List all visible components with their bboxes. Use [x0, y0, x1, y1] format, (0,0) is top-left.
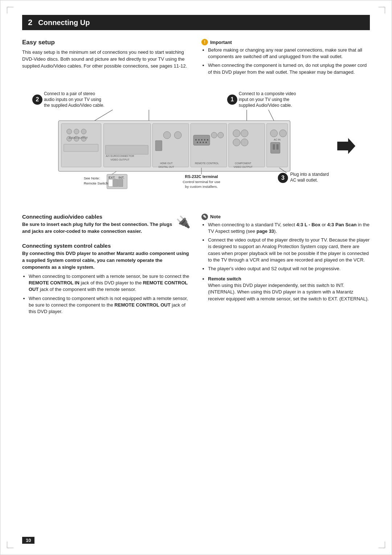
svg-text:See Note:: See Note:	[84, 176, 100, 180]
svg-point-37	[197, 142, 198, 143]
svg-rect-21	[106, 145, 148, 154]
corner-mark-bl	[7, 542, 13, 548]
svg-text:VIDEO OUTPUT: VIDEO OUTPUT	[110, 158, 130, 161]
svg-text:audio inputs on your TV using: audio inputs on your TV using	[44, 97, 101, 102]
note-icon: ✎	[201, 214, 208, 220]
svg-point-34	[201, 139, 203, 141]
diagram-area: 2 Connect to a pair of stereo audio inpu…	[22, 84, 370, 208]
svg-point-32	[195, 139, 197, 141]
svg-line-77	[269, 110, 274, 121]
svg-point-33	[198, 139, 200, 141]
svg-rect-61	[109, 179, 113, 187]
svg-point-53	[279, 130, 287, 137]
svg-line-74	[95, 110, 113, 121]
svg-point-46	[241, 130, 248, 137]
bottom-left: Connecting audio/video cables Be sure to…	[22, 214, 191, 318]
chapter-number: 2	[28, 18, 32, 27]
chapter-title: Connecting Up	[38, 19, 90, 27]
svg-text:the supplied Audio/Video cable: the supplied Audio/Video cable.	[44, 103, 105, 108]
svg-text:VIDEO OUTPUT: VIDEO OUTPUT	[234, 166, 253, 168]
page-number: 10	[22, 537, 34, 544]
svg-point-12	[67, 129, 72, 134]
svg-point-52	[270, 130, 278, 137]
svg-rect-18	[64, 144, 98, 151]
svg-rect-62	[113, 179, 118, 187]
note-item-2: Connect the video output of the player d…	[208, 237, 370, 263]
corner-mark-tr	[379, 7, 385, 13]
svg-text:1: 1	[230, 96, 234, 102]
svg-rect-25	[155, 141, 162, 151]
svg-point-45	[233, 130, 240, 137]
svg-rect-55	[271, 142, 280, 153]
svg-text:AC IN: AC IN	[274, 138, 281, 141]
svg-rect-56	[273, 144, 275, 150]
note-item-3: The player's video output and S2 output …	[208, 266, 370, 272]
svg-point-36	[207, 139, 208, 141]
important-box: ! Important Before making or changing an…	[201, 39, 370, 76]
bottom-section: Connecting audio/video cables Be sure to…	[22, 214, 370, 318]
chapter-header: 2 Connecting Up	[22, 15, 370, 30]
svg-text:A/V EUROCONNECTOR: A/V EUROCONNECTOR	[106, 155, 134, 157]
svg-text:Connect to a composite video: Connect to a composite video	[239, 91, 296, 96]
important-icon: !	[201, 39, 208, 45]
important-list: Before making or changing any rear panel…	[201, 47, 370, 76]
corner-mark-br	[379, 542, 385, 548]
svg-text:AUDIO OUTPUT: AUDIO OUTPUT	[69, 137, 88, 139]
svg-rect-63	[118, 179, 123, 187]
svg-text:Control terminal for use: Control terminal for use	[183, 180, 220, 184]
svg-line-79	[112, 171, 116, 174]
svg-point-39	[203, 142, 204, 143]
connecting-system-section: Connecting system control cables By conn…	[22, 243, 191, 315]
top-two-col: Easy setup This easy setup is the minimu…	[22, 39, 370, 78]
svg-text:AC wall outlet.: AC wall outlet.	[290, 178, 318, 183]
svg-marker-73	[337, 138, 355, 154]
svg-text:3: 3	[281, 175, 285, 181]
page: 2 Connecting Up Easy setup This easy set…	[0, 0, 392, 555]
remote-switch-text: When using this DVD player independently…	[208, 283, 369, 301]
connecting-av-section: Connecting audio/video cables Be sure to…	[22, 214, 191, 237]
remote-switch-section: Remote switch When using this DVD player…	[201, 276, 370, 302]
important-title: ! Important	[201, 39, 370, 45]
diagram-svg: 2 Connect to a pair of stereo audio inpu…	[22, 84, 370, 208]
easy-setup-intro: This easy setup is the minimum set of co…	[22, 49, 191, 70]
connecting-av-text: Be sure to insert each plug fully for th…	[22, 221, 172, 235]
connecting-av-title: Connecting audio/video cables	[22, 214, 172, 220]
svg-point-41	[211, 132, 217, 138]
svg-point-26	[163, 131, 171, 139]
svg-text:input on your TV using the: input on your TV using the	[239, 97, 290, 102]
plug-icon: 🔌	[176, 215, 191, 229]
connecting-system-item-2: When connecting to component which is no…	[29, 295, 191, 315]
svg-rect-57	[277, 144, 279, 150]
svg-point-48	[241, 139, 248, 146]
remote-switch-item: Remote switch When using this DVD player…	[208, 276, 370, 302]
bottom-right: ✎ Note When connecting to a standard TV,…	[201, 214, 370, 318]
col-left-easy-setup: Easy setup This easy setup is the minimu…	[22, 39, 191, 78]
important-item-1: Before making or changing any rear panel…	[208, 47, 370, 60]
svg-point-13	[74, 129, 79, 134]
note-item-1: When connecting to a standard TV, select…	[208, 222, 370, 235]
remote-switch-title: Remote switch	[208, 276, 241, 281]
note-box: ✎ Note When connecting to a standard TV,…	[201, 214, 370, 272]
svg-text:EXT.: EXT.	[109, 176, 115, 179]
svg-point-35	[204, 139, 205, 141]
connecting-system-title: Connecting system control cables	[22, 243, 191, 249]
svg-text:supplied Audio/Video cable.: supplied Audio/Video cable.	[239, 103, 292, 108]
svg-text:REMOTE CONTROL: REMOTE CONTROL	[195, 162, 219, 165]
svg-point-47	[233, 139, 240, 146]
svg-point-14	[81, 129, 86, 134]
svg-text:Plug into a standard: Plug into a standard	[290, 172, 328, 177]
svg-point-38	[200, 142, 201, 143]
svg-text:COMPONENT: COMPONENT	[235, 162, 252, 165]
note-title: ✎ Note	[201, 214, 370, 220]
important-item-2: When connecting the component is turned …	[208, 62, 370, 75]
svg-text:INT.: INT.	[118, 176, 124, 179]
svg-text:HDMI OUT: HDMI OUT	[160, 162, 173, 165]
easy-setup-title: Easy setup	[22, 39, 191, 46]
remote-switch-list: Remote switch When using this DVD player…	[201, 276, 370, 302]
svg-text:DIGITAL OUT: DIGITAL OUT	[159, 166, 175, 168]
corner-mark-tl	[7, 7, 13, 13]
svg-point-42	[218, 132, 224, 138]
connecting-system-list: When connecting to component with a remo…	[22, 273, 191, 315]
svg-text:RS-232C terminal: RS-232C terminal	[185, 174, 218, 179]
col-right-important: ! Important Before making or changing an…	[201, 39, 370, 78]
